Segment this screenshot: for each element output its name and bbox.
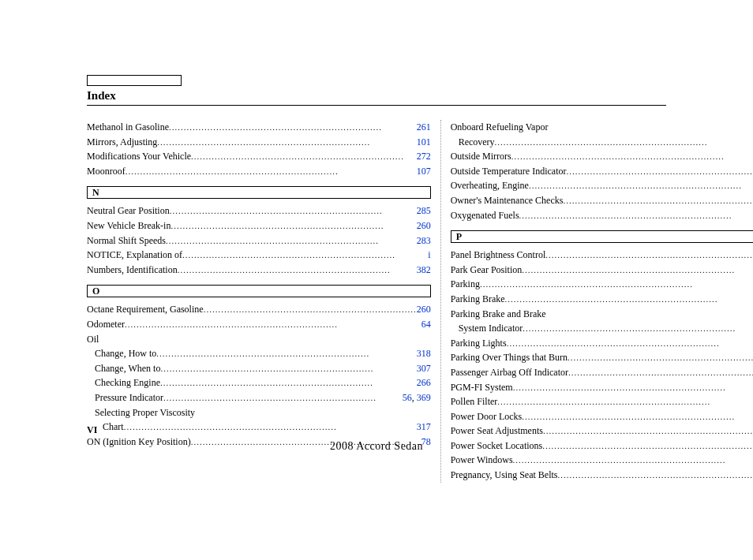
- entry-label: Neutral Gear Position: [87, 203, 170, 218]
- index-entry: Pollen Filter ..........................…: [451, 394, 753, 409]
- index-entry: Change, How to .........................…: [87, 346, 431, 361]
- entry-label: Parking Over Things that Burn: [451, 350, 568, 365]
- index-entry: Octane Requirement, Gasoline ...........…: [87, 302, 431, 317]
- leader-dots: ........................................…: [124, 420, 417, 434]
- entry-page-link[interactable]: 266: [417, 375, 431, 390]
- leader-dots: ........................................…: [543, 424, 753, 438]
- index-entry: Neutral Gear Position ..................…: [87, 203, 431, 218]
- entry-page-link[interactable]: 318: [417, 346, 431, 361]
- entry-label: Power Door Locks: [451, 409, 523, 424]
- entry-page-link[interactable]: 261: [417, 120, 431, 135]
- footer-vehicle-name: 2008 Accord Sedan: [0, 440, 753, 453]
- entry-label: Parking Brake: [451, 292, 505, 307]
- index-entry: New Vehicle Break-in ...................…: [87, 218, 431, 233]
- entry-label: Owner's Maintenance Checks: [451, 193, 564, 208]
- entry-page-link[interactable]: 382: [417, 263, 431, 278]
- entry-label: Power Seat Adjustments: [451, 424, 543, 439]
- entry-label: Parking Lights: [451, 336, 507, 351]
- entry-page-link[interactable]: 101: [417, 135, 431, 150]
- entry-label: Oxygenated Fuels: [451, 208, 519, 223]
- entry-label: Modifications Your Vehicle: [87, 149, 191, 164]
- index-entry: Parking Lights .........................…: [451, 336, 753, 351]
- entry-label: Pollen Filter: [451, 394, 498, 409]
- entry-label: Outside Temperature Indicator: [451, 164, 567, 179]
- entry-page-link[interactable]: 285: [417, 203, 431, 218]
- leader-dots: ........................................…: [529, 179, 753, 192]
- leader-dots: ........................................…: [522, 263, 753, 277]
- index-entry: Onboard Refueling Vapor: [451, 120, 753, 135]
- index-entry: Parking Brake and Brake: [451, 307, 753, 322]
- leader-dots: ........................................…: [169, 121, 417, 134]
- entry-page-link[interactable]: 283: [417, 233, 431, 248]
- leader-dots: ........................................…: [513, 454, 753, 467]
- index-entry: Selecting Proper Viscosity: [87, 405, 431, 420]
- page-number: VI: [87, 424, 97, 436]
- entry-page-link[interactable]: 260: [417, 218, 431, 233]
- entry-label: Park Gear Position: [451, 263, 523, 278]
- leader-dots: ........................................…: [157, 136, 416, 149]
- leader-dots: ........................................…: [166, 234, 417, 248]
- leader-dots: ........................................…: [519, 209, 753, 222]
- index-letter-header: P: [451, 230, 753, 243]
- index-entry: Outside Mirrors ........................…: [451, 149, 753, 164]
- leader-dots: ........................................…: [178, 263, 417, 277]
- entry-page-link[interactable]: 64: [421, 317, 431, 332]
- leader-dots: ........................................…: [191, 150, 417, 163]
- entry-label: New Vehicle Break-in: [87, 218, 170, 233]
- index-entry: Overheating, Engine ....................…: [451, 178, 753, 193]
- entry-page-link[interactable]: 56, 369: [403, 390, 431, 405]
- leader-dots: ........................................…: [567, 165, 753, 178]
- entry-label: Change, How to: [95, 346, 156, 361]
- index-entry: Numbers, Identification ................…: [87, 263, 431, 278]
- index-entry: Odometer ...............................…: [87, 317, 431, 332]
- index-letter-header: O: [87, 285, 431, 297]
- index-entry: Change, When to ........................…: [87, 361, 431, 376]
- index-entry: Parking Over Things that Burn ..........…: [451, 350, 753, 365]
- entry-label: Onboard Refueling Vapor: [451, 120, 549, 135]
- index-entry: Power Door Locks .......................…: [451, 409, 753, 424]
- entry-label: Numbers, Identification: [87, 263, 178, 278]
- entry-page-link[interactable]: i: [428, 248, 430, 263]
- index-entry: Parking Brake ..........................…: [451, 292, 753, 307]
- leader-dots: ........................................…: [495, 136, 753, 149]
- index-entry: Park Gear Position .....................…: [451, 263, 753, 278]
- index-entry: Power Windows ..........................…: [451, 453, 753, 468]
- entry-page-link[interactable]: 260: [417, 302, 431, 317]
- index-entry: Outside Temperature Indicator ..........…: [451, 164, 753, 179]
- entry-page-link[interactable]: 272: [417, 149, 431, 164]
- leader-dots: ........................................…: [513, 381, 753, 394]
- index-entry: PGM-FI System ..........................…: [451, 380, 753, 395]
- entry-label: Selecting Proper Viscosity: [95, 405, 195, 420]
- index-letter-header: N: [87, 186, 431, 199]
- index-entry: Normal Shift Speeds ....................…: [87, 233, 431, 248]
- entry-label: PGM-FI System: [451, 380, 513, 395]
- leader-dots: ........................................…: [558, 469, 754, 482]
- index-entry: Mirrors, Adjusting .....................…: [87, 135, 431, 150]
- entry-label: Outside Mirrors: [451, 149, 511, 164]
- leader-dots: ........................................…: [156, 347, 416, 360]
- leader-dots: ........................................…: [505, 293, 753, 306]
- index-entry: Methanol in Gasoline ...................…: [87, 120, 431, 135]
- entry-label: Panel Brightness Control: [451, 248, 546, 263]
- index-entry: Power Seat Adjustments .................…: [451, 424, 753, 439]
- index-entry: Passenger Airbag Off Indicator .........…: [451, 365, 753, 380]
- index-entry: Moonroof ...............................…: [87, 164, 431, 179]
- entry-label: System Indicator: [459, 321, 523, 336]
- toc-button-placeholder[interactable]: [87, 75, 182, 86]
- entry-label: Odometer: [87, 317, 125, 332]
- entry-label: NOTICE, Explanation of: [87, 248, 182, 263]
- index-entry: Modifications Your Vehicle .............…: [87, 149, 431, 164]
- leader-dots: ........................................…: [170, 219, 416, 233]
- index-entry: Oil: [87, 332, 431, 347]
- entry-label: Normal Shift Speeds: [87, 233, 166, 248]
- entry-label: Checking Engine: [95, 375, 160, 390]
- entry-page-link[interactable]: 307: [417, 361, 431, 376]
- entry-label: Mirrors, Adjusting: [87, 135, 157, 150]
- entry-page-link[interactable]: 107: [417, 164, 431, 179]
- index-entry: Pregnancy, Using Seat Belts ............…: [451, 468, 753, 483]
- leader-dots: ........................................…: [568, 366, 753, 379]
- entry-page-link[interactable]: 317: [417, 420, 431, 435]
- entry-label: Pressure Indicator: [95, 390, 163, 405]
- index-entry: Checking Engine ........................…: [87, 375, 431, 390]
- entry-label: Octane Requirement, Gasoline: [87, 302, 204, 317]
